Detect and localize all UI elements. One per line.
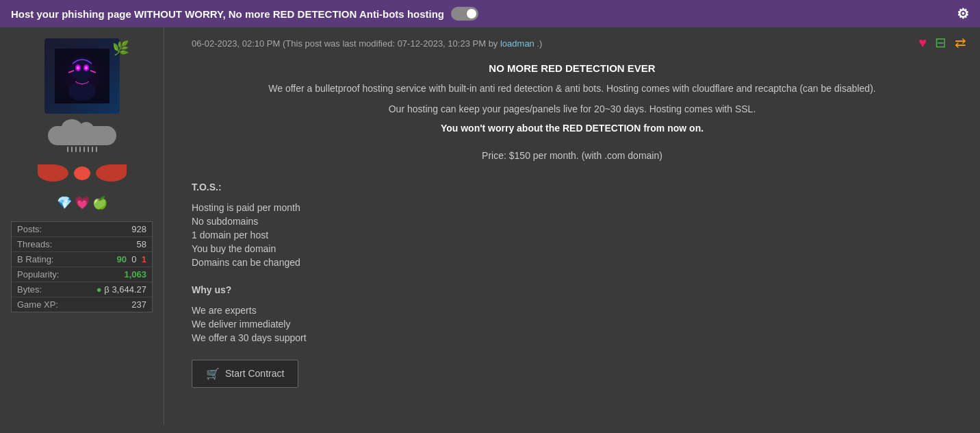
start-contract-button[interactable]: 🛒 Start Contract bbox=[192, 360, 298, 388]
start-contract-label: Start Contract bbox=[225, 368, 284, 379]
bytes-value: ● β 3,644.27 bbox=[96, 284, 146, 295]
threads-value: 58 bbox=[137, 239, 146, 249]
toggle-switch[interactable] bbox=[451, 7, 478, 21]
rain-lines bbox=[67, 147, 97, 152]
why-list-item: We are experts bbox=[192, 305, 953, 316]
post-title: NO MORE RED DETECTION EVER bbox=[192, 62, 953, 74]
bookmark-action-icon[interactable]: ⊟ bbox=[935, 34, 946, 51]
wings-badge bbox=[38, 158, 127, 188]
tos-list: Hosting is paid per monthNo subdomains1 … bbox=[192, 202, 953, 268]
posts-value: 928 bbox=[131, 224, 146, 234]
banner-text: Host your phishing page WITHOUT WORRY, N… bbox=[11, 8, 444, 20]
cart-icon: 🛒 bbox=[206, 367, 220, 380]
why-list-item: We offer a 30 days support bbox=[192, 332, 953, 343]
emoji-row: 💎 💗 🍏 bbox=[57, 195, 107, 210]
why-list-item: We deliver immediately bbox=[192, 319, 953, 330]
bytes-label: Bytes: bbox=[17, 284, 42, 295]
stats-row-bytes: Bytes: ● β 3,644.27 bbox=[12, 282, 152, 297]
bytes-amount: 3,644.27 bbox=[112, 284, 146, 295]
svg-point-1 bbox=[71, 57, 93, 82]
stats-row-posts: Posts: 928 bbox=[12, 222, 152, 237]
gamexp-label: Game XP: bbox=[17, 299, 58, 310]
avatar bbox=[44, 38, 120, 114]
post-modified-prefix: (This post was last modified: bbox=[283, 38, 398, 49]
banner-left: Host your phishing page WITHOUT WORRY, N… bbox=[11, 7, 478, 21]
top-banner: Host your phishing page WITHOUT WORRY, N… bbox=[0, 0, 980, 27]
post-username: loadman bbox=[500, 38, 534, 49]
tos-list-item: Hosting is paid per month bbox=[192, 202, 953, 213]
post-modified-by: by bbox=[489, 38, 500, 49]
stats-row-popularity: Popularity: 1,063 bbox=[12, 267, 152, 282]
rating-red: 1 bbox=[142, 254, 146, 264]
gear-icon[interactable]: ⚙ bbox=[957, 5, 969, 22]
rating-neutral: 0 bbox=[131, 254, 136, 264]
share-action-icon[interactable]: ⇄ bbox=[955, 34, 966, 51]
tos-list-item: You buy the domain bbox=[192, 243, 953, 254]
heart-emoji: 💗 bbox=[75, 195, 90, 210]
rating-value: 90 0 1 bbox=[117, 254, 146, 264]
svg-point-6 bbox=[85, 66, 88, 70]
price-line: Price: $150 per month. (with .com domain… bbox=[192, 150, 953, 161]
post-modified-date: 07-12-2023, 10:23 PM bbox=[398, 38, 486, 49]
svg-point-2 bbox=[68, 82, 96, 101]
apple-emoji: 🍏 bbox=[92, 195, 107, 210]
bytes-beta: β bbox=[104, 284, 112, 295]
stats-table: Posts: 928 Threads: 58 B Rating: 90 0 1 … bbox=[11, 221, 153, 312]
sidebar: 🌿 💎 💗 🍏 bbox=[0, 27, 164, 425]
post-date: 06-02-2023, 02:10 PM bbox=[192, 38, 280, 49]
avatar-container: 🌿 bbox=[44, 38, 120, 114]
top-actions: ♥ ⊟ ⇄ bbox=[918, 34, 966, 51]
wings-left bbox=[38, 164, 68, 182]
content-area: ♥ ⊟ ⇄ 06-02-2023, 02:10 PM (This post wa… bbox=[164, 27, 980, 425]
stats-row-threads: Threads: 58 bbox=[12, 237, 152, 252]
bytes-green-dot: ● bbox=[96, 284, 102, 295]
post-meta: 06-02-2023, 02:10 PM (This post was last… bbox=[192, 38, 953, 49]
feather-icon: 🌿 bbox=[112, 40, 129, 56]
cloud-badge bbox=[41, 126, 123, 153]
posts-label: Posts: bbox=[17, 224, 42, 234]
tos-title: T.O.S.: bbox=[192, 182, 953, 193]
rating-green: 90 bbox=[117, 254, 127, 264]
popularity-label: Popularity: bbox=[17, 269, 59, 280]
svg-point-5 bbox=[77, 66, 79, 70]
main-layout: 🌿 💎 💗 🍏 bbox=[0, 27, 980, 425]
wings-center bbox=[74, 166, 90, 180]
diamond-emoji: 💎 bbox=[57, 195, 72, 210]
user-badge-area: 💎 💗 🍏 bbox=[27, 126, 137, 210]
tos-list-item: Domains can be changed bbox=[192, 257, 953, 268]
post-highlight: You won't worry about the RED DETECTION … bbox=[192, 123, 953, 134]
wings-right bbox=[96, 164, 127, 182]
post-desc2: Our hosting can keep your pages/panels l… bbox=[192, 101, 953, 116]
why-list: We are expertsWe deliver immediatelyWe o… bbox=[192, 305, 953, 343]
rating-label: B Rating: bbox=[17, 254, 53, 264]
threads-label: Threads: bbox=[17, 239, 52, 249]
tos-list-item: No subdomains bbox=[192, 216, 953, 227]
tos-list-item: 1 domain per host bbox=[192, 230, 953, 240]
gamexp-value: 237 bbox=[131, 299, 146, 310]
stats-row-rating: B Rating: 90 0 1 bbox=[12, 252, 152, 267]
avatar-svg bbox=[55, 49, 109, 103]
heart-action-icon[interactable]: ♥ bbox=[918, 35, 927, 51]
post-desc1: We offer a bulletproof hosting service w… bbox=[192, 81, 953, 96]
popularity-value: 1,063 bbox=[124, 269, 146, 280]
post-modified-suffix: .) bbox=[537, 38, 542, 49]
why-us-title: Why us? bbox=[192, 284, 953, 295]
cloud-shape bbox=[48, 126, 116, 145]
stats-row-gamexp: Game XP: 237 bbox=[12, 297, 152, 312]
